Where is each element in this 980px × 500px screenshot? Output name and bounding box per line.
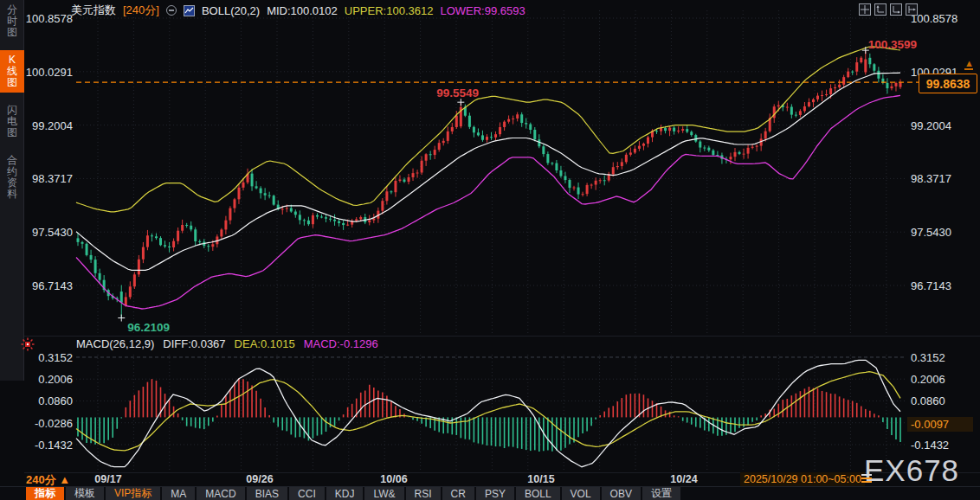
macd-title[interactable]: MACD(26,12,9)	[76, 337, 154, 350]
crosshair-icon[interactable]	[859, 3, 871, 16]
indicator-button-vol[interactable]: VOL	[562, 487, 600, 500]
svg-text:100.3599: 100.3599	[868, 38, 917, 51]
macd-axis-label-right: -0.1432	[911, 439, 949, 452]
macd-dea-value: DEA:0.1015	[235, 337, 295, 350]
boll-label[interactable]: BOLL(20,2)	[202, 4, 260, 17]
price-axis-label-left: 97.5430	[24, 226, 73, 239]
price-axis-label-right: 98.3717	[911, 172, 951, 185]
price-axis-label-right: 99.2004	[911, 119, 951, 132]
macd-value: MACD:-0.1296	[304, 337, 378, 350]
brand-watermark: EX678	[864, 453, 959, 488]
macd-axis-label-left: -0.0286	[24, 417, 73, 430]
price-axis-label-left: 99.2004	[24, 119, 73, 132]
time-range-menu-icon[interactable]	[861, 474, 872, 484]
indicator-button-boll[interactable]: BOLL	[516, 487, 560, 500]
toolbar-tab-2[interactable]: VIP指标	[106, 487, 160, 500]
sidebar-item-2[interactable]: 闪电图	[0, 100, 24, 143]
price-axis-label-left: 100.8578	[24, 12, 73, 25]
indicator-button-psy[interactable]: PSY	[476, 487, 514, 500]
svg-text:99.5549: 99.5549	[436, 87, 479, 99]
indicator-settings-icon[interactable]	[21, 337, 35, 351]
price-axis-label-left: 96.7143	[24, 279, 73, 292]
boll-mid-value: MID:100.0102	[267, 4, 338, 17]
candlestick-chart-canvas[interactable]: 96.210999.5549100.3599	[0, 0, 980, 500]
chart-header: 美元指数 [240分] BOLL(20,2) MID:100.0102 UPPE…	[71, 3, 525, 18]
date-axis-label: 09/26	[246, 473, 273, 485]
indicator-button-macd[interactable]: MACD	[197, 487, 244, 500]
date-axis-label: 09/17	[94, 473, 121, 485]
macd-axis-label-left: 0.0860	[24, 394, 73, 407]
macd-header: MACD(26,12,9) DIFF:0.0367 DEA:0.1015 MAC…	[76, 337, 378, 350]
macd-axis-label-left: -0.1432	[24, 439, 73, 452]
indicator-button-rsi[interactable]: RSI	[406, 487, 441, 500]
toolbar-tab-0[interactable]: 指标	[26, 487, 64, 500]
scale-left-axis-icon[interactable]	[874, 3, 887, 16]
settings-button[interactable]: 设置	[642, 487, 680, 500]
indicator-button-cr[interactable]: CR	[442, 487, 474, 500]
indicator-button-kdj[interactable]: KDJ	[326, 487, 364, 500]
sidebar-item-1[interactable]: K线图	[0, 50, 24, 93]
date-axis-label: 10/15	[527, 473, 554, 485]
indicator-button-obv[interactable]: OBV	[602, 487, 641, 500]
macd-axis-label-right: 0.2006	[911, 373, 945, 386]
macd-axis-label-right: 0.0860	[911, 394, 945, 407]
chart-tool-buttons	[859, 3, 918, 16]
price-axis-label-right: 100.8578	[911, 12, 957, 25]
price-axis-label-left: 100.0291	[24, 66, 73, 79]
macd-axis-label-right: 0.3152	[911, 351, 945, 364]
indicator-button-ma[interactable]: MA	[162, 487, 195, 500]
chart-style-icon[interactable]	[184, 5, 195, 16]
period-label[interactable]: [240分]	[123, 3, 159, 18]
boll-upper-value: UPPER:100.3612	[345, 4, 434, 17]
indicator-button-cci[interactable]: CCI	[289, 487, 325, 500]
trading-app-window: 96.210999.5549100.3599 分时图K线图闪电图合约资料 美元指…	[0, 0, 980, 500]
toolbar-tab-1[interactable]: 模板	[66, 487, 104, 500]
last-price-badge: 99.8638	[919, 74, 977, 93]
macd-axis-label-left: 0.2006	[24, 373, 73, 386]
indicator-button-lw[interactable]: LW&	[364, 487, 403, 500]
macd-axis-label-left: 0.3152	[24, 351, 73, 364]
sidebar-item-0[interactable]: 分时图	[0, 0, 24, 42]
symbol-title: 美元指数	[71, 3, 116, 18]
collapse-indicator-icon[interactable]	[166, 5, 177, 16]
current-bar-time-range: 2025/10/29 01:00~05:00	[740, 472, 865, 486]
date-axis-label: 10/06	[380, 473, 407, 485]
pan-right-icon[interactable]	[906, 3, 918, 16]
date-axis-label: 10/24	[670, 473, 697, 485]
indicator-button-bias[interactable]: BIAS	[247, 487, 287, 500]
macd-current-value-badge: -0.0097	[907, 417, 973, 432]
price-axis-label-right: 97.5430	[911, 226, 951, 239]
chart-type-sidebar: 分时图K线图闪电图合约资料	[0, 0, 24, 381]
price-axis-label-left: 98.3717	[24, 172, 73, 185]
bottom-toolbar: 指标模板VIP指标MAMACDBIASCCIKDJLW&RSICRPSYBOLL…	[0, 486, 980, 500]
macd-diff-value: DIFF:0.0367	[163, 337, 225, 350]
boll-lower-value: LOWER:99.6593	[440, 4, 525, 17]
svg-text:96.2109: 96.2109	[127, 321, 170, 334]
sidebar-item-3[interactable]: 合约资料	[0, 151, 24, 204]
price-up-arrow-icon: ▲	[964, 59, 974, 70]
scale-right-axis-icon[interactable]	[890, 3, 902, 16]
price-axis-label-right: 96.7143	[911, 279, 951, 292]
